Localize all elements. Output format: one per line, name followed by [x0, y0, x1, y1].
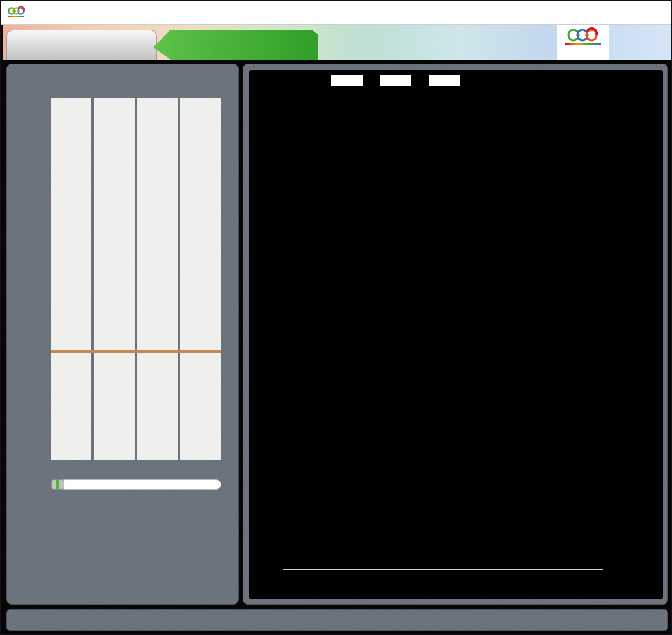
- title-bar: [1, 1, 671, 25]
- channel-r-key: [319, 75, 330, 86]
- spectrogram-panel: [243, 64, 668, 605]
- channel-b-readout[interactable]: [416, 75, 460, 86]
- tab-hdfd-trace-spectrogram[interactable]: [153, 30, 318, 60]
- crossline-slider-handle[interactable]: [51, 479, 64, 490]
- channel-r-value[interactable]: [331, 75, 363, 86]
- spectrogram-canvas[interactable]: [285, 97, 602, 462]
- geoteric-logo: [557, 25, 609, 60]
- volume-status: [15, 615, 18, 626]
- power-x-axis: [283, 569, 603, 570]
- channel-b-value[interactable]: [429, 75, 460, 86]
- trace-band2-canvas[interactable]: [137, 98, 178, 460]
- power-y-axis-cap: [279, 497, 283, 497]
- close-button[interactable]: [643, 1, 666, 24]
- channel-g-key: [368, 75, 379, 86]
- power-spectrum-plot[interactable]: [285, 490, 602, 569]
- time-marker-line[interactable]: [51, 350, 221, 353]
- geoteric-app-icon: [8, 6, 26, 21]
- power-curve: [285, 490, 602, 569]
- frequency-axis-line: [285, 462, 603, 462]
- trace-band3-canvas[interactable]: [180, 98, 221, 460]
- power-y-axis: [283, 497, 283, 570]
- channel-b-key: [416, 75, 427, 86]
- app-window: [0, 0, 672, 635]
- splits-status: [656, 615, 660, 626]
- trace-band1-canvas[interactable]: [94, 98, 135, 460]
- channel-g-value[interactable]: [380, 75, 411, 86]
- status-bar: [6, 609, 668, 631]
- tab-slice-spectrogram[interactable]: [6, 30, 157, 60]
- crossline-slider[interactable]: [51, 479, 221, 490]
- trace-slice-canvas[interactable]: [51, 98, 91, 460]
- spectrogram[interactable]: [285, 97, 602, 462]
- spectrogram-plot-area: [249, 70, 663, 599]
- trace-panel: [6, 64, 239, 605]
- channel-g-readout[interactable]: [368, 75, 411, 86]
- channel-r-readout[interactable]: [319, 75, 363, 86]
- minimize-button[interactable]: [575, 1, 597, 24]
- maximize-button[interactable]: [610, 1, 632, 24]
- tab-strip: [3, 25, 672, 60]
